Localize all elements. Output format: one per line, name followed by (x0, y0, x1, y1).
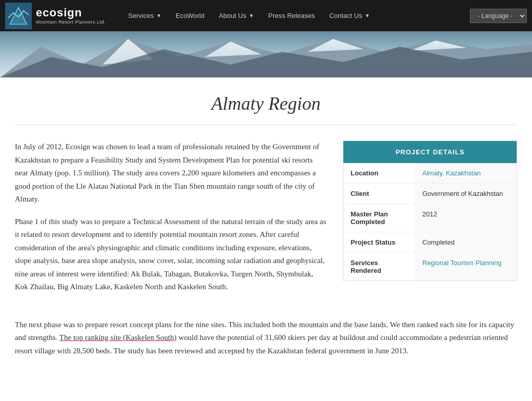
intro-paragraph-1: In July of 2012, Ecosign was chosen to l… (15, 141, 328, 206)
highlighted-text: The top ranking site (Kaskelen South) (59, 333, 177, 342)
detail-label-status: Project Status (343, 232, 415, 252)
detail-label-client: Client (343, 184, 415, 204)
detail-value-client: Government of Kazakhstan (415, 184, 517, 204)
full-paragraph: The next phase was to prepare resort con… (15, 318, 517, 358)
detail-row-location: Location Almaty, Kazakhstan (343, 163, 517, 184)
divider (15, 125, 517, 125)
detail-row-masterplan: Master PlanCompleted 2012 (343, 204, 517, 232)
nav-item-aboutus[interactable]: About Us ▼ (212, 0, 261, 31)
two-column-layout: In July of 2012, Ecosign was chosen to l… (15, 141, 517, 303)
detail-value-masterplan: 2012 (415, 204, 517, 232)
nav-item-contactus[interactable]: Contact Us ▼ (322, 0, 377, 31)
logo-name: ecosign (36, 7, 106, 19)
detail-value-status: Completed (415, 232, 517, 252)
detail-value-location[interactable]: Almaty, Kazakhstan (415, 163, 517, 183)
content-wrapper: Almaty Region In July of 2012, Ecosign w… (5, 77, 527, 387)
detail-row-status: Project Status Completed (343, 232, 517, 253)
page-title: Almaty Region (15, 93, 517, 114)
nav-item-services[interactable]: Services ▼ (121, 0, 169, 31)
chevron-down-icon: ▼ (156, 13, 161, 18)
hero-banner (0, 31, 532, 77)
nav-item-pressreleases[interactable]: Press Releases (261, 0, 322, 31)
chevron-down-icon: ▼ (365, 13, 370, 18)
chevron-down-icon: ▼ (249, 13, 254, 18)
language-selector[interactable]: - Language - (470, 9, 527, 23)
logo[interactable]: ecosign Mountain Resort Planners Ltd. (5, 3, 106, 29)
full-text: The next phase was to prepare resort con… (15, 318, 517, 358)
project-details-table: PROJECT DETAILS Location Almaty, Kazakhs… (343, 141, 517, 281)
logo-text: ecosign Mountain Resort Planners Ltd. (36, 7, 106, 24)
nav-links: Services ▼ EcoWorld About Us ▼ Press Rel… (121, 0, 527, 31)
navigation: ecosign Mountain Resort Planners Ltd. Se… (0, 0, 532, 31)
logo-tagline: Mountain Resort Planners Ltd. (36, 19, 106, 25)
project-details-header: PROJECT DETAILS (343, 141, 517, 163)
main-text: In July of 2012, Ecosign was chosen to l… (15, 141, 328, 303)
detail-row-client: Client Government of Kazakhstan (343, 184, 517, 204)
detail-label-services: Services Rendered (343, 253, 415, 280)
nav-item-ecoworld[interactable]: EcoWorld (169, 0, 212, 31)
detail-row-services: Services Rendered Regional Tourism Plann… (343, 253, 517, 280)
logo-icon (5, 3, 32, 29)
intro-paragraph-2: Phase 1 of this study was to prepare a T… (15, 215, 328, 294)
mountain-graphic (0, 36, 532, 77)
detail-value-services[interactable]: Regional Tourism Planning (415, 253, 517, 280)
detail-label-location: Location (343, 163, 415, 183)
detail-label-masterplan: Master PlanCompleted (343, 204, 415, 232)
